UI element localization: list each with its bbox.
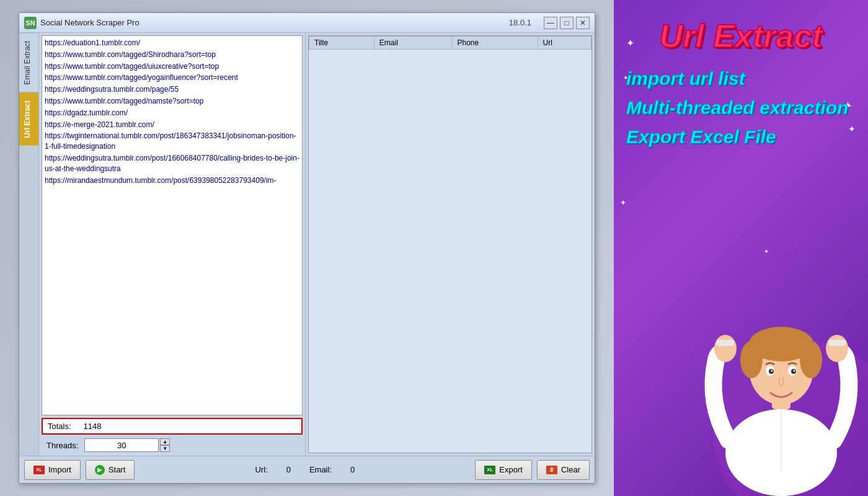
maximize-button[interactable]: □: [560, 17, 574, 29]
person-illustration: [694, 260, 868, 496]
sparkle-5: ✦: [764, 248, 769, 255]
minimize-button[interactable]: —: [544, 17, 557, 29]
threads-spinner: ▲ ▼: [160, 438, 170, 452]
totals-value: 1148: [84, 422, 102, 431]
table-header-cell: Url: [538, 37, 591, 50]
person-svg: [694, 260, 868, 496]
email-status-value: 0: [350, 465, 355, 474]
export-button[interactable]: XL Export: [475, 460, 532, 480]
sparkle-1: ✦: [626, 37, 634, 49]
list-item: https://e-merge-2021.tumblr.com/: [45, 119, 299, 131]
window-controls: — □ ✕: [544, 17, 590, 29]
import-icon: XL: [33, 466, 45, 474]
url-list: https://eduation1.tumblr.com/https://www…: [42, 36, 302, 187]
window-title: Social Network Scraper Pro: [40, 18, 509, 27]
threads-increment[interactable]: ▲: [160, 438, 170, 445]
export-icon: XL: [484, 466, 495, 474]
promo-area: ✦ ✦ ✦ ✦ ✦ ✦ Url Extract import url list …: [614, 0, 868, 496]
application-window: SN Social Network Scraper Pro 18.0.1 — □…: [19, 12, 595, 484]
right-panel: TilteEmailPhoneUrl: [306, 33, 595, 456]
url-status-value: 0: [286, 465, 291, 474]
app-icon: SN: [24, 17, 37, 29]
list-item: https://twginternational.tumblr.com/post…: [45, 130, 299, 153]
import-button[interactable]: XL Import: [24, 460, 81, 480]
svg-point-6: [800, 341, 822, 378]
url-status-label: Url:: [255, 465, 267, 474]
main-content: Email Extract Url Extract https://eduati…: [19, 33, 595, 456]
left-panel: https://eduation1.tumblr.com/https://www…: [39, 33, 306, 456]
promo-feature-2: Multi-threaded extraction: [626, 95, 856, 120]
vertical-tab-bar: Email Extract Url Extract: [19, 33, 39, 456]
bottom-bar: XL Import ▶ Start Url: 0 Email: 0 XL Exp…: [19, 456, 595, 483]
promo-title: Url Extract: [660, 19, 823, 54]
list-item: https://www.tumblr.com/tagged/namste?sor…: [45, 95, 299, 107]
start-button[interactable]: ▶ Start: [86, 460, 135, 480]
close-button[interactable]: ✕: [576, 17, 590, 29]
svg-point-14: [826, 335, 848, 362]
list-item: https://www.tumblr.com/tagged/Shirodhara…: [45, 49, 299, 61]
titlebar: SN Social Network Scraper Pro 18.0.1 — □…: [19, 13, 595, 33]
table-header-cell: Tilte: [309, 37, 374, 50]
list-item: https://weddingsutra.tumblr.com/page/55: [45, 84, 299, 95]
promo-feature-1: import url list: [626, 66, 856, 91]
svg-point-5: [740, 341, 763, 378]
threads-label: Threads:: [46, 441, 78, 450]
sparkle-4: ✦: [620, 198, 626, 207]
clear-button[interactable]: 🗑 Clear: [537, 460, 590, 480]
svg-rect-17: [828, 340, 846, 346]
svg-rect-16: [717, 340, 734, 346]
tab-email-extract[interactable]: Email Extract: [19, 33, 38, 92]
svg-point-12: [794, 370, 795, 372]
email-status-label: Email:: [309, 465, 332, 474]
results-table: TilteEmailPhoneUrl: [309, 36, 591, 50]
results-table-container: TilteEmailPhoneUrl: [308, 35, 592, 453]
list-item: https://dgadz.tumblr.com/: [45, 107, 299, 119]
threads-row: Threads: ▲ ▼: [42, 436, 303, 454]
svg-point-11: [771, 370, 773, 372]
url-list-container[interactable]: https://eduation1.tumblr.com/https://www…: [42, 35, 303, 415]
threads-input[interactable]: [84, 438, 159, 452]
status-area: Url: 0 Email: 0: [140, 465, 470, 474]
list-item: https://weddingsutra.tumblr.com/post/166…: [45, 153, 299, 175]
start-icon: ▶: [95, 465, 105, 475]
table-header-cell: Email: [374, 37, 452, 50]
clear-icon: 🗑: [546, 466, 557, 474]
promo-feature-3: Export Excel File: [626, 125, 856, 149]
svg-point-13: [714, 335, 737, 362]
table-header-cell: Phone: [452, 37, 538, 50]
totals-row: Totals: 1148: [42, 418, 303, 435]
tab-url-extract[interactable]: Url Extract: [19, 92, 38, 146]
list-item: https://www.tumblr.com/tagged/yogainflue…: [45, 72, 299, 84]
totals-label: Totals:: [48, 422, 71, 431]
window-version: 18.0.1: [509, 18, 531, 27]
list-item: https://eduation1.tumblr.com/: [45, 37, 299, 49]
list-item: https://www.tumblr.com/tagged/uiuxcreati…: [45, 61, 299, 73]
list-item: https://mirandaestmundum.tumblr.com/post…: [45, 175, 299, 187]
threads-decrement[interactable]: ▼: [160, 445, 170, 452]
